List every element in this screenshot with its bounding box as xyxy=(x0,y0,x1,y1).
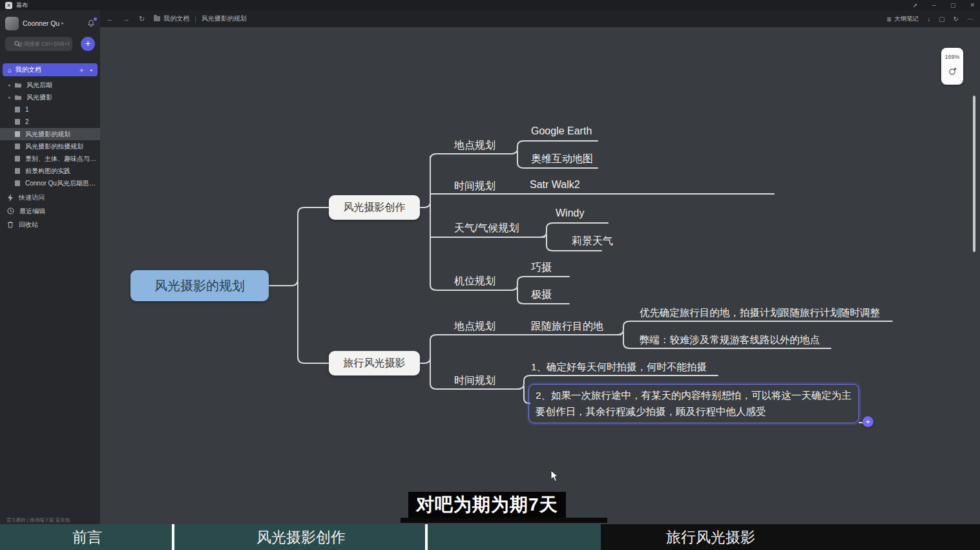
user-menu[interactable]: Coonner Qu ▸ xyxy=(5,16,95,31)
my-docs-label: 我的文档 xyxy=(16,65,41,74)
chapter-divider xyxy=(172,524,174,550)
back-button[interactable]: ← xyxy=(107,15,114,23)
mindmap-branch-node[interactable]: 旅行风光摄影 xyxy=(329,351,420,375)
mindmap-node[interactable]: 时间规划 xyxy=(454,180,495,193)
zoom-widget[interactable]: 169% xyxy=(941,48,963,85)
mindmap-node[interactable]: Windy xyxy=(556,207,584,219)
chapter-label[interactable]: 前言 xyxy=(72,524,102,550)
add-doc-icon[interactable]: ＋ xyxy=(78,65,85,75)
folder-icon xyxy=(154,16,160,21)
chevron-right-icon: ▸ xyxy=(61,21,64,26)
more-icon[interactable]: ⋯ xyxy=(967,16,974,23)
mindmap-node[interactable]: 奥维互动地图 xyxy=(531,153,593,166)
sidebar-item-doc[interactable]: 1 xyxy=(0,103,100,116)
sidebar-item-doc[interactable]: 2 xyxy=(0,116,100,128)
sidebar-item-doc[interactable]: 风光摄影的拍摄规划 xyxy=(0,140,100,153)
nav-label: 回收站 xyxy=(19,220,38,229)
document-icon xyxy=(14,167,21,175)
sidebar-item-doc[interactable]: 景别、主体、趣味点与前景… xyxy=(0,153,100,165)
breadcrumb-my-docs[interactable]: 我的文档 xyxy=(163,14,189,23)
chapter-segment-upcoming[interactable] xyxy=(601,524,980,550)
sidebar-item-trash[interactable]: 回收站 xyxy=(0,218,100,231)
new-document-button[interactable]: + xyxy=(81,37,95,51)
video-subtitle: 对吧为期为期7天 xyxy=(408,492,566,518)
chevron-right-icon[interactable]: ▸ xyxy=(5,83,14,88)
mindmap-node[interactable]: 1、确定好每天何时拍摄，何时不能拍摄 xyxy=(531,361,707,374)
forward-button[interactable]: → xyxy=(123,15,130,23)
sidebar-item-folder[interactable]: ▸ 风光摄影 xyxy=(0,91,100,103)
sidebar-item-folder[interactable]: ▸ 风光后期 xyxy=(0,79,100,91)
sidebar: Coonner Qu ▸ + ⌂ 我的文档 ＋ ▴ xyxy=(0,10,100,524)
document-icon xyxy=(14,118,21,125)
mouse-cursor xyxy=(550,470,559,482)
mindmap-branch-node[interactable]: 风光摄影创作 xyxy=(329,195,420,220)
chevron-right-icon[interactable]: ▸ xyxy=(5,95,14,100)
search-row: + xyxy=(5,36,95,52)
sidebar-item-doc[interactable]: Connor Qu风光后期思维导图 xyxy=(0,177,100,189)
sidebar-item-doc[interactable]: 前景构图的实践 xyxy=(0,165,100,177)
sidebar-bottom-links[interactable]: 官方教程 | 移动端下载 安装包 xyxy=(6,517,100,524)
titlebar: ✕ 幕布 ⇗ ─ ▢ ✕ xyxy=(0,0,980,10)
nav-label: 快速访问 xyxy=(19,193,45,202)
mindmap-node[interactable]: 机位规划 xyxy=(454,275,495,288)
sidebar-item-doc-selected[interactable]: 风光摄影的规划 xyxy=(0,128,100,140)
mindmap-node[interactable]: Google Earth xyxy=(531,125,592,137)
user-name: Coonner Qu xyxy=(23,19,59,27)
sidebar-item-my-docs[interactable]: ⌂ 我的文档 ＋ ▴ xyxy=(3,63,98,76)
mindmap-node[interactable]: 地点规划 xyxy=(454,320,495,333)
mindmap-node[interactable]: 优先确定旅行目的地，拍摄计划跟随旅行计划随时调整 xyxy=(640,306,880,320)
mindmap-node[interactable]: 天气/气候规划 xyxy=(454,222,519,235)
bell-icon xyxy=(87,19,95,27)
canvas-scrollbar[interactable] xyxy=(973,96,975,252)
document-icon xyxy=(14,180,21,187)
sidebar-item-quick-access[interactable]: 快速访问 xyxy=(0,191,100,204)
refresh-button[interactable]: ↻ xyxy=(139,15,145,23)
notifications-button[interactable] xyxy=(87,19,95,27)
subtitle-next-strip xyxy=(401,518,607,523)
pin-window-icon[interactable]: ⇗ xyxy=(913,2,918,8)
mindmap-node[interactable]: Satr Walk2 xyxy=(530,179,580,191)
app-window: ✕ 幕布 ⇗ ─ ▢ ✕ ← → ↻ 我的文档 | 风光摄影的规划 ≣ 大纲笔记… xyxy=(0,0,980,550)
breadcrumb-doc-title[interactable]: 风光摄影的规划 xyxy=(202,14,247,23)
share-icon[interactable]: ▢ xyxy=(939,16,944,23)
close-icon[interactable]: ✕ xyxy=(970,2,975,8)
outline-notes-label: 大纲笔记 xyxy=(894,15,919,23)
search-icon xyxy=(14,41,21,47)
document-icon xyxy=(14,131,21,138)
tree-item-label: Connor Qu风光后期思维导图 xyxy=(25,179,100,188)
tree-item-label: 风光摄影的拍摄规划 xyxy=(25,142,87,151)
maximize-icon[interactable]: ▢ xyxy=(950,2,956,8)
zoom-level: 169% xyxy=(944,54,959,60)
trash-icon xyxy=(7,221,14,228)
tree-item-label: 前景构图的实践 xyxy=(25,167,74,176)
add-child-node-button[interactable]: ＋ xyxy=(862,416,873,427)
mindmap-node[interactable]: 弊端：较难涉及常规游客线路以外的地点 xyxy=(640,333,820,347)
avatar xyxy=(5,17,19,30)
chapter-label[interactable]: 旅行风光摄影 xyxy=(666,524,755,550)
sidebar-item-recent[interactable]: 最近编辑 xyxy=(0,205,100,217)
mindmap-node[interactable]: 巧摄 xyxy=(531,261,552,275)
mindmap-node[interactable]: 时间规划 xyxy=(454,374,495,388)
chapter-label[interactable]: 风光摄影创作 xyxy=(256,524,346,550)
collapse-icon[interactable]: ▴ xyxy=(90,67,92,72)
mindmap-node[interactable]: 跟随旅行目的地 xyxy=(531,320,603,333)
document-icon xyxy=(14,155,21,162)
tree-item-label: 风光后期 xyxy=(26,81,56,90)
fit-view-icon[interactable] xyxy=(948,67,957,76)
folder-icon xyxy=(14,82,22,89)
mindmap-node[interactable]: 地点规划 xyxy=(454,139,495,153)
tree-item-label: 1 xyxy=(25,106,33,113)
mindmap-canvas[interactable]: 风光摄影的规划 风光摄影创作 旅行风光摄影 地点规划 Google Earth … xyxy=(100,27,980,524)
toolbar: ← → ↻ 我的文档 | 风光摄影的规划 ≣ 大纲笔记 ↓ ▢ ↻ ⋯ xyxy=(100,10,980,27)
mindmap-node[interactable]: 极摄 xyxy=(531,288,552,302)
chapter-divider xyxy=(425,524,428,550)
outline-notes-button[interactable]: ≣ 大纲笔记 xyxy=(886,15,919,23)
minimize-icon[interactable]: ─ xyxy=(932,2,936,8)
mindmap-node[interactable]: 莉景天气 xyxy=(572,235,613,248)
home-icon: ⌂ xyxy=(8,67,12,74)
mindmap-node-selected[interactable]: 2、如果一次旅行途中，有某天的内容特别想怕，可以将这一天确定为主要创作日，其余行… xyxy=(528,384,859,423)
sync-icon[interactable]: ↻ xyxy=(954,16,959,23)
document-icon xyxy=(14,106,21,113)
mindmap-root-node[interactable]: 风光摄影的规划 xyxy=(130,270,269,301)
export-icon[interactable]: ↓ xyxy=(927,16,930,23)
